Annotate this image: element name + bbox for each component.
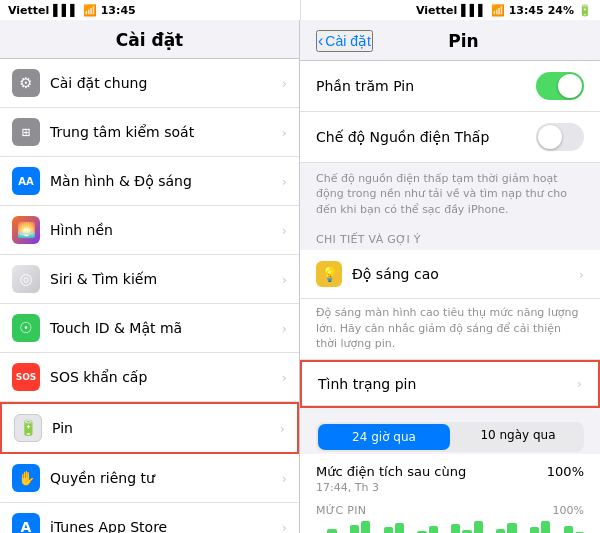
settings-item-sos[interactable]: SOS SOS khẩn cấp › [0, 353, 299, 402]
chart-title: MỨC PIN [316, 504, 366, 517]
icon-itunes: A [12, 513, 40, 533]
carrier-right: Viettel [416, 4, 457, 17]
chart-bar [541, 521, 550, 533]
chi-tiet-header: CHI TIẾT VÀ GỢI Ý [300, 227, 600, 250]
brightness-icon: 💡 [316, 261, 342, 287]
phan-tram-pin-toggle[interactable] [536, 72, 584, 100]
main-layout: Cài đặt ⚙️ Cài đặt chung › ⊞ Trung tâm k… [0, 20, 600, 533]
icon-trung-tam: ⊞ [12, 118, 40, 146]
icon-sos: SOS [12, 363, 40, 391]
settings-item-pin[interactable]: 🔋 Pin › [0, 402, 299, 454]
label-siri: Siri & Tìm kiếm [50, 271, 282, 287]
label-itunes: iTunes App Store [50, 519, 282, 533]
do-sang-label: Độ sáng cao [352, 266, 579, 282]
chart-bar [474, 521, 483, 533]
tab-24h-label: 24 giờ qua [352, 430, 416, 444]
chevron-cai-dat-chung: › [282, 76, 287, 91]
do-sang-row[interactable]: 💡 Độ sáng cao › [300, 250, 600, 299]
chevron-pin: › [280, 421, 285, 436]
settings-item-touch-id[interactable]: ☉ Touch ID & Mật mã › [0, 304, 299, 353]
label-pin: Pin [52, 420, 280, 436]
label-touch-id: Touch ID & Mật mã [50, 320, 282, 336]
nguon-dien-desc: Chế độ nguồn điện thấp tạm thời giảm hoạ… [300, 163, 600, 227]
chart-bar [429, 526, 438, 533]
icon-man-hinh: AA [12, 167, 40, 195]
chart-bar [361, 521, 370, 533]
time-left: 13:45 [101, 4, 136, 17]
settings-item-man-hinh[interactable]: AA Màn hình & Độ sáng › [0, 157, 299, 206]
settings-item-itunes[interactable]: A iTunes App Store › [0, 503, 299, 533]
tab-24h[interactable]: 24 giờ qua [318, 424, 450, 450]
icon-cai-dat-chung: ⚙️ [12, 69, 40, 97]
stat-row: Mức điện tích sau cùng 100% [300, 458, 600, 481]
tinh-trang-highlight: Tình trạng pin › [300, 360, 600, 408]
do-sang-section: 💡 Độ sáng cao › Độ sáng màn hình cao tiê… [300, 250, 600, 360]
che-do-nguon-row: Chế độ Nguồn điện Thấp [300, 112, 600, 163]
left-header: Cài đặt [0, 20, 299, 59]
tab-10d[interactable]: 10 ngày qua [452, 422, 584, 452]
settings-item-cai-dat-chung[interactable]: ⚙️ Cài đặt chung › [0, 59, 299, 108]
settings-item-hinh-nen[interactable]: 🌅 Hình nền › [0, 206, 299, 255]
settings-item-trung-tam[interactable]: ⊞ Trung tâm kiểm soát › [0, 108, 299, 157]
icon-siri: ◎ [12, 265, 40, 293]
settings-item-quyen[interactable]: ✋ Quyền riêng tư › [0, 454, 299, 503]
time-tabs: 24 giờ qua 10 ngày qua [316, 422, 584, 452]
back-label: Cài đặt [325, 33, 371, 49]
tinh-trang-chevron: › [577, 376, 582, 391]
icon-hinh-nen: 🌅 [12, 216, 40, 244]
back-button[interactable]: ‹ Cài đặt [316, 30, 373, 52]
chart-bar [384, 527, 393, 533]
status-bar-left: Viettel ▌▌▌ 📶 13:45 [0, 0, 300, 20]
chart-bar [350, 525, 359, 533]
chart-bar [327, 529, 336, 533]
right-content: Phần trăm Pin Chế độ Nguồn điện Thấp Chế… [300, 61, 600, 533]
right-header: ‹ Cài đặt Pin [300, 20, 600, 61]
icon-quyen: ✋ [12, 464, 40, 492]
label-man-hinh: Màn hình & Độ sáng [50, 173, 282, 189]
signal-right: ▌▌▌ [461, 4, 486, 17]
chevron-quyen: › [282, 471, 287, 486]
chevron-siri: › [282, 272, 287, 287]
icon-touch-id: ☉ [12, 314, 40, 342]
icon-pin: 🔋 [14, 414, 42, 442]
chart-bar [496, 529, 505, 533]
muc-dien-tich-label: Mức điện tích sau cùng [316, 464, 547, 479]
toggle-knob-off [538, 125, 562, 149]
label-hinh-nen: Hình nền [50, 222, 282, 238]
wifi-right: 📶 [491, 4, 505, 17]
do-sang-chevron: › [579, 267, 584, 282]
right-title: Pin [373, 31, 554, 51]
chart-bar [507, 523, 516, 533]
chevron-trung-tam: › [282, 125, 287, 140]
chevron-itunes: › [282, 520, 287, 534]
do-sang-desc: Độ sáng màn hình cao tiêu thụ mức năng l… [300, 299, 600, 360]
label-sos: SOS khẩn cấp [50, 369, 282, 385]
pin-section: Phần trăm Pin Chế độ Nguồn điện Thấp [300, 61, 600, 163]
tinh-trang-label: Tình trạng pin [318, 376, 577, 392]
left-panel: Cài đặt ⚙️ Cài đặt chung › ⊞ Trung tâm k… [0, 20, 300, 533]
chart-bar [530, 527, 539, 533]
battery-icon: 🔋 [578, 4, 592, 17]
right-panel: ‹ Cài đặt Pin Phần trăm Pin Chế độ Nguồn… [300, 20, 600, 533]
wifi-left: 📶 [83, 4, 97, 17]
status-bar-right: Viettel ▌▌▌ 📶 13:45 24% 🔋 [300, 0, 601, 20]
che-do-nguon-toggle[interactable] [536, 123, 584, 151]
back-chevron-icon: ‹ [318, 32, 323, 50]
signal-left: ▌▌▌ [53, 4, 78, 17]
battery-right: 24% [548, 4, 574, 17]
phan-tram-pin-row: Phần trăm Pin [300, 61, 600, 112]
settings-list: ⚙️ Cài đặt chung › ⊞ Trung tâm kiểm soát… [0, 59, 299, 533]
carrier-left: Viettel [8, 4, 49, 17]
phan-tram-pin-label: Phần trăm Pin [316, 78, 536, 94]
che-do-nguon-label: Chế độ Nguồn điện Thấp [316, 129, 536, 145]
mini-chart [316, 519, 584, 533]
chevron-touch-id: › [282, 321, 287, 336]
left-title: Cài đặt [116, 30, 183, 50]
settings-item-siri[interactable]: ◎ Siri & Tìm kiếm › [0, 255, 299, 304]
chevron-man-hinh: › [282, 174, 287, 189]
chart-bar [564, 526, 573, 533]
status-bar: Viettel ▌▌▌ 📶 13:45 Viettel ▌▌▌ 📶 13:45 … [0, 0, 600, 20]
chart-header: MỨC PIN 100% [300, 500, 600, 519]
chart-bar [451, 524, 460, 533]
tinh-trang-row[interactable]: Tình trạng pin › [302, 362, 598, 406]
